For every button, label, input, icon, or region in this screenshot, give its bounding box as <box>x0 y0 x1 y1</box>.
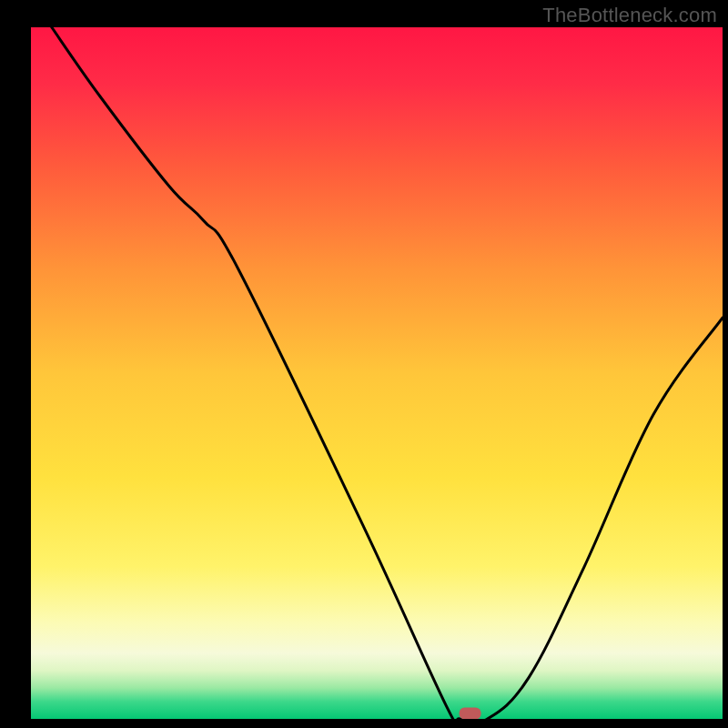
watermark-text: TheBottleneck.com <box>542 4 717 27</box>
optimal-marker <box>460 707 481 719</box>
chart-wrapper: TheBottleneck.com <box>0 0 728 728</box>
bottleneck-chart <box>0 0 728 728</box>
plot-background <box>31 27 723 719</box>
